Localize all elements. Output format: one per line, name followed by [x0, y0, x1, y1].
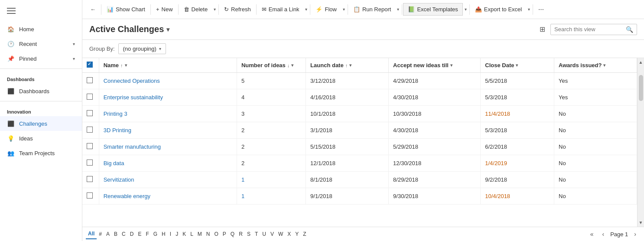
- refresh-button[interactable]: ↻ Refresh: [220, 3, 255, 15]
- excel-templates-button[interactable]: 📗 Excel Templates: [403, 3, 462, 16]
- select-all-checkbox[interactable]: [87, 62, 93, 68]
- challenge-name-link[interactable]: Connected Operations: [104, 78, 160, 84]
- sidebar-item-home[interactable]: 🏠 Home: [0, 22, 82, 36]
- new-button[interactable]: + New: [152, 3, 177, 15]
- row-checkbox[interactable]: [87, 192, 93, 199]
- alphabet-item[interactable]: B: [112, 229, 120, 239]
- alphabet-item[interactable]: Y: [293, 229, 301, 239]
- alphabet-item[interactable]: N: [204, 229, 212, 239]
- sort-asc-icon[interactable]: ↑: [120, 63, 123, 68]
- show-chart-button[interactable]: 📊 Show Chart: [102, 3, 150, 15]
- alphabet-item[interactable]: V: [268, 229, 276, 239]
- row-close-cell: 11/4/2018: [481, 106, 554, 122]
- sort-desc-icon[interactable]: ↓: [287, 63, 290, 68]
- scroll-up-button[interactable]: ▲: [637, 58, 644, 66]
- alphabet-item[interactable]: O: [212, 229, 221, 239]
- export-excel-button[interactable]: 📤 Export to Excel: [471, 3, 526, 15]
- challenge-name-link[interactable]: Enterprise sustainability: [104, 94, 163, 101]
- row-close-cell: 5/3/2018: [481, 122, 554, 139]
- page-prev-button[interactable]: ‹: [599, 229, 607, 239]
- report-chevron[interactable]: ▾: [395, 4, 401, 14]
- groupby-select[interactable]: (no grouping) ▾: [118, 43, 166, 54]
- scrollbar-thumb[interactable]: [639, 75, 643, 101]
- alphabet-item[interactable]: X: [285, 229, 293, 239]
- title-chevron-icon[interactable]: ▾: [166, 26, 169, 33]
- col-close-filter-icon[interactable]: ▾: [516, 63, 518, 68]
- challenge-name-link[interactable]: Printing 3: [104, 111, 127, 117]
- flow-button[interactable]: ⚡ Flow: [311, 3, 341, 15]
- alphabet-item[interactable]: G: [151, 229, 159, 239]
- launch-date: 3/12/2018: [310, 78, 335, 84]
- hamburger-menu[interactable]: [0, 0, 82, 22]
- alphabet-item[interactable]: E: [136, 229, 143, 239]
- page-next-button[interactable]: ›: [631, 229, 639, 239]
- row-checkbox[interactable]: [87, 176, 93, 182]
- sort-asc-icon[interactable]: ↑: [345, 63, 348, 68]
- alphabet-item[interactable]: I: [168, 229, 173, 239]
- back-button[interactable]: ←: [86, 3, 100, 15]
- email-link-button[interactable]: ✉ Email a Link: [257, 3, 304, 15]
- alphabet-item[interactable]: U: [260, 229, 268, 239]
- search-input[interactable]: [554, 26, 623, 33]
- alphabet-item[interactable]: #: [97, 229, 104, 239]
- alphabet-item[interactable]: P: [221, 229, 228, 239]
- alphabet-item[interactable]: M: [195, 229, 204, 239]
- page-title: Active Challenges: [89, 24, 164, 34]
- col-awards-filter-icon[interactable]: ▾: [603, 63, 605, 68]
- delete-button[interactable]: 🗑 Delete: [179, 3, 212, 15]
- col-launch-filter-icon[interactable]: ▾: [349, 63, 351, 68]
- sidebar-item-dashboards[interactable]: ⬛ Dashboards: [0, 84, 82, 98]
- alphabet-item[interactable]: H: [159, 229, 168, 239]
- challenge-name-link[interactable]: Big data: [104, 160, 124, 166]
- email-chevron[interactable]: ▾: [303, 4, 309, 14]
- challenge-name-link[interactable]: Renewable energy: [104, 193, 150, 199]
- excel-templates-chevron[interactable]: ▾: [463, 4, 468, 14]
- alphabet-item[interactable]: D: [128, 229, 136, 239]
- alphabet-item[interactable]: T: [253, 229, 260, 239]
- sidebar-item-team-projects[interactable]: 👥 Team Projects: [0, 146, 82, 160]
- row-checkbox[interactable]: [87, 127, 93, 133]
- table-body: Connected Operations 5 3/12/2018 4/29/20…: [82, 73, 637, 205]
- sidebar-item-ideas[interactable]: 💡 Ideas: [0, 131, 82, 146]
- alphabet-item[interactable]: C: [120, 229, 128, 239]
- sidebar-item-recent[interactable]: 🕐 Recent ▾: [0, 36, 82, 51]
- sidebar-item-label: Pinned: [19, 55, 68, 62]
- alphabet-item[interactable]: Q: [228, 229, 237, 239]
- alphabet-item[interactable]: W: [276, 229, 285, 239]
- row-checkbox[interactable]: [87, 94, 93, 100]
- alphabet-item[interactable]: Z: [301, 229, 308, 239]
- row-checkbox[interactable]: [87, 77, 93, 83]
- col-accept-filter-icon[interactable]: ▾: [450, 63, 452, 68]
- challenge-name-link[interactable]: 3D Printing: [104, 127, 131, 134]
- row-awards-cell: No: [554, 155, 637, 172]
- scroll-down-button[interactable]: ▼: [637, 218, 644, 227]
- row-launch-cell: 9/1/2018: [306, 188, 389, 205]
- page-first-button[interactable]: «: [588, 229, 596, 239]
- col-ideas-filter-icon[interactable]: ▾: [291, 63, 293, 68]
- alphabet-item[interactable]: A: [104, 229, 112, 239]
- export-chevron[interactable]: ▾: [526, 4, 532, 14]
- more-button[interactable]: ⋯: [534, 3, 548, 15]
- alphabet-item[interactable]: S: [245, 229, 253, 239]
- sidebar-item-challenges[interactable]: ⬛ Challenges: [0, 116, 82, 131]
- alphabet-item[interactable]: F: [143, 229, 151, 239]
- row-checkbox[interactable]: [87, 143, 93, 149]
- sidebar-item-pinned[interactable]: 📌 Pinned ▾: [0, 51, 82, 66]
- alphabet-item[interactable]: L: [188, 229, 195, 239]
- alphabet-item[interactable]: K: [180, 229, 188, 239]
- alphabet-item[interactable]: R: [237, 229, 245, 239]
- row-checkbox[interactable]: [87, 160, 93, 166]
- dashboards-icon: ⬛: [7, 87, 15, 95]
- alphabet-item[interactable]: J: [173, 229, 180, 239]
- search-icon[interactable]: 🔍: [626, 26, 633, 33]
- row-accept-cell: 4/30/2018: [389, 122, 481, 139]
- run-report-button[interactable]: 📋 Run Report: [349, 3, 395, 15]
- challenge-name-link[interactable]: Servitization: [104, 176, 134, 183]
- col-name-filter-icon[interactable]: ▾: [125, 63, 127, 68]
- row-checkbox[interactable]: [87, 110, 93, 116]
- challenge-name-link[interactable]: Smarter manufacturing: [104, 143, 161, 150]
- alphabet-item[interactable]: All: [86, 229, 97, 239]
- delete-chevron[interactable]: ▾: [212, 4, 218, 14]
- filter-icon[interactable]: ⊞: [538, 23, 547, 35]
- flow-chevron[interactable]: ▾: [341, 4, 347, 14]
